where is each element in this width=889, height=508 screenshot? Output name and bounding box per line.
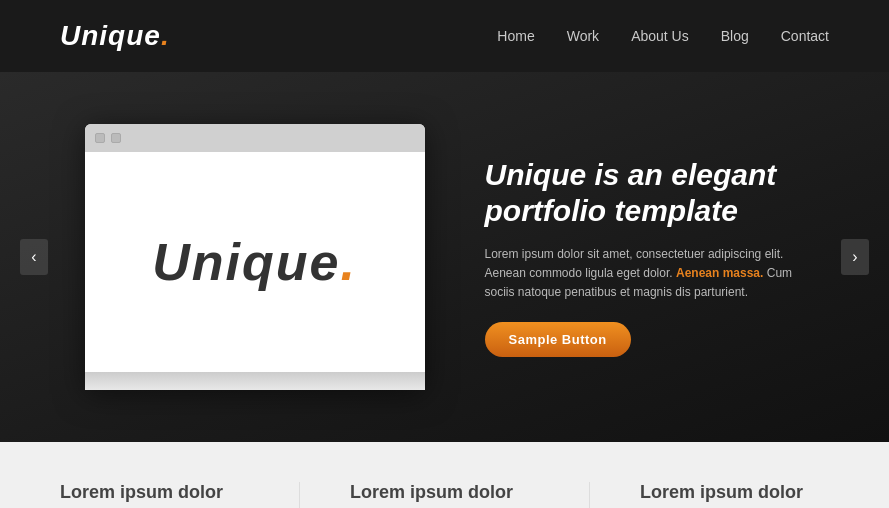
features-section: Lorem ipsum dolor Lorem ipsum dolor sit … bbox=[0, 442, 889, 508]
main-nav: Home Work About Us Blog Contact bbox=[497, 28, 829, 44]
divider-1 bbox=[299, 482, 300, 508]
hero-text-block: Unique is an elegant portfolio template … bbox=[485, 157, 805, 358]
card-3-title: Lorem ipsum dolor bbox=[640, 482, 829, 503]
hero-desc-bold: Aenean massa. bbox=[676, 266, 763, 280]
browser-back-btn bbox=[95, 133, 105, 143]
hero-section: ‹ Unique. Unique is an elegant portfolio… bbox=[0, 72, 889, 442]
nav-blog[interactable]: Blog bbox=[721, 28, 749, 44]
feature-card-1: Lorem ipsum dolor Lorem ipsum dolor sit … bbox=[60, 482, 249, 508]
nav-home[interactable]: Home bbox=[497, 28, 534, 44]
card-1-title: Lorem ipsum dolor bbox=[60, 482, 249, 503]
nav-about[interactable]: About Us bbox=[631, 28, 689, 44]
feature-card-2: Lorem ipsum dolor Lorem ipsum dolor sit … bbox=[350, 482, 539, 508]
hero-title: Unique is an elegant portfolio template bbox=[485, 157, 805, 229]
browser-body: Unique. bbox=[85, 152, 425, 372]
sample-button[interactable]: Sample Button bbox=[485, 322, 631, 357]
feature-card-3: Lorem ipsum dolor Lorem ipsum dolor sit … bbox=[640, 482, 829, 508]
carousel-next-button[interactable]: › bbox=[841, 239, 869, 275]
hero-description: Lorem ipsum dolor sit amet, consectetuer… bbox=[485, 245, 805, 303]
nav-contact[interactable]: Contact bbox=[781, 28, 829, 44]
card-2-title: Lorem ipsum dolor bbox=[350, 482, 539, 503]
browser-logo-text: Unique bbox=[152, 233, 340, 291]
nav-work[interactable]: Work bbox=[567, 28, 599, 44]
browser-logo-dot: . bbox=[340, 233, 356, 291]
logo-text: Unique bbox=[60, 20, 161, 51]
browser-shadow bbox=[85, 372, 425, 390]
browser-mockup: Unique. bbox=[85, 124, 425, 390]
logo-dot: . bbox=[161, 20, 170, 51]
browser-logo-display: Unique. bbox=[152, 232, 357, 292]
site-header: Unique. Home Work About Us Blog Contact bbox=[0, 0, 889, 72]
carousel-prev-button[interactable]: ‹ bbox=[20, 239, 48, 275]
divider-2 bbox=[589, 482, 590, 508]
browser-toolbar bbox=[85, 124, 425, 152]
site-logo: Unique. bbox=[60, 20, 170, 52]
browser-forward-btn bbox=[111, 133, 121, 143]
